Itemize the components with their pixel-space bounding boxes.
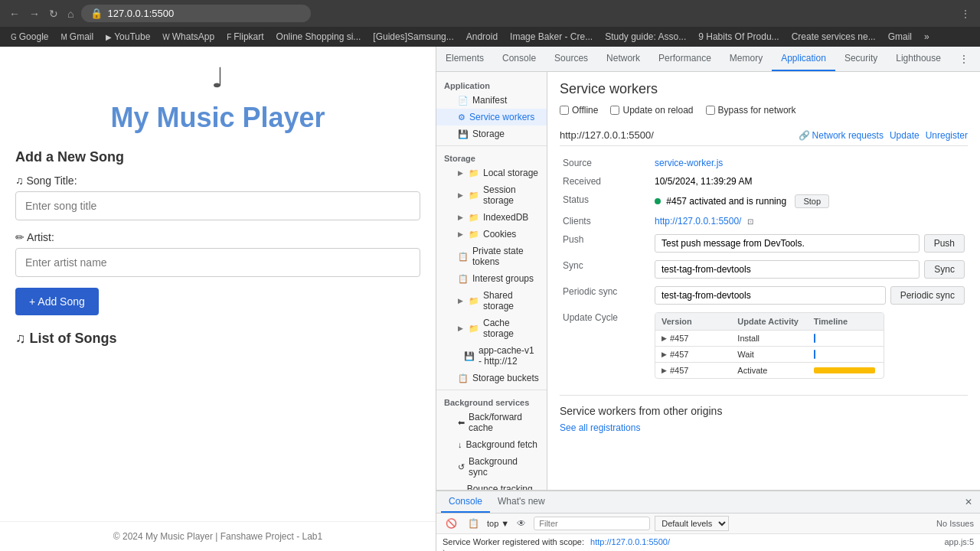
bookmark-more[interactable]: » bbox=[920, 30, 934, 44]
console-output-link[interactable]: http://127.0.0.1:5500/ bbox=[590, 537, 670, 546]
sidebar-item-bounce-tracking-label: Bounce tracking mitigation bbox=[467, 484, 539, 490]
sidebar-item-bg-fetch[interactable]: ↓ Background fetch bbox=[436, 436, 547, 453]
console-toolbar: 🚫 📋 top ▼ 👁 Default levels No Issues bbox=[436, 514, 980, 534]
console-tab-whats-new[interactable]: What's new bbox=[490, 491, 553, 513]
push-button[interactable]: Push bbox=[924, 234, 965, 253]
uc-expand-icon[interactable]: ▶ bbox=[662, 334, 667, 342]
bookmark-samsung[interactable]: [Guides]Samsung... bbox=[368, 30, 458, 44]
sidebar-item-private-state-tokens[interactable]: 📋 Private state tokens bbox=[436, 243, 547, 270]
sidebar-item-indexeddb[interactable]: ▶ 📁 IndexedDB bbox=[436, 209, 547, 226]
sidebar-item-session-storage[interactable]: ▶ 📁 Session storage bbox=[436, 181, 547, 209]
tab-performance[interactable]: Performance bbox=[649, 47, 720, 71]
service-worker-js-link[interactable]: service-worker.js bbox=[655, 158, 723, 168]
bypass-for-network-option[interactable]: Bypass for network bbox=[706, 105, 796, 116]
reload-button[interactable]: ↻ bbox=[46, 6, 61, 21]
tab-security[interactable]: Security bbox=[835, 47, 887, 71]
bookmark-youtube[interactable]: ▶ YouTube bbox=[101, 30, 155, 44]
bookmark-study[interactable]: Study guide: Asso... bbox=[600, 30, 691, 44]
add-song-button[interactable]: + Add Song bbox=[15, 288, 99, 315]
bookmark-gmail[interactable]: M Gmail bbox=[56, 30, 98, 44]
offline-checkbox[interactable] bbox=[560, 106, 569, 115]
clear-console-button[interactable]: 🚫 bbox=[443, 517, 460, 530]
console-prompt-symbol: › bbox=[443, 546, 446, 551]
tab-elements[interactable]: Elements bbox=[436, 47, 493, 71]
offline-option[interactable]: Offline bbox=[560, 105, 598, 116]
sync-input[interactable] bbox=[655, 260, 920, 279]
bypass-for-network-checkbox[interactable] bbox=[706, 106, 715, 115]
service-workers-panel: Service workers Offline Update on reload bbox=[547, 72, 980, 442]
address-bar[interactable]: 🔒 bbox=[81, 5, 311, 22]
update-on-reload-checkbox[interactable] bbox=[610, 106, 619, 115]
sidebar-item-service-workers[interactable]: ⚙ Service workers bbox=[436, 109, 547, 126]
sidebar-item-shared-storage-label: Shared storage bbox=[483, 290, 539, 311]
update-button[interactable]: Update bbox=[890, 130, 920, 141]
sidebar-item-manifest[interactable]: 📄 Manifest bbox=[436, 92, 547, 109]
console-issues-badge: No Issues bbox=[936, 519, 974, 528]
bg-sync-icon: ↺ bbox=[458, 462, 465, 472]
preserve-log-button[interactable]: 📋 bbox=[465, 517, 482, 530]
push-input[interactable] bbox=[655, 234, 920, 253]
close-console-button[interactable]: ✕ bbox=[962, 495, 975, 509]
bf-cache-icon: ⬅ bbox=[458, 418, 465, 428]
see-all-registrations-link[interactable]: See all registrations bbox=[560, 422, 640, 433]
update-on-reload-option[interactable]: Update on reload bbox=[610, 105, 693, 116]
bookmark-imagebaker[interactable]: Image Baker - Cre... bbox=[505, 30, 597, 44]
clients-open-icon[interactable]: ⊡ bbox=[747, 217, 753, 226]
bookmark-label: Gmail bbox=[888, 31, 912, 42]
sidebar-item-local-storage[interactable]: ▶ 📁 Local storage bbox=[436, 165, 547, 181]
sync-button[interactable]: Sync bbox=[924, 260, 965, 279]
uc-activate-timeline bbox=[808, 364, 884, 377]
sidebar-item-app-cache[interactable]: 💾 app-cache-v1 - http://12 bbox=[436, 342, 547, 370]
home-button[interactable]: ⌂ bbox=[64, 6, 77, 21]
sidebar-item-shared-storage[interactable]: ▶ 📁 Shared storage bbox=[436, 287, 547, 315]
sidebar-item-cookies[interactable]: ▶ 📁 Cookies bbox=[436, 226, 547, 243]
uc-row-wait: ▶ #457 Wait bbox=[655, 347, 884, 363]
sidebar-item-storage-buckets[interactable]: 📋 Storage buckets bbox=[436, 370, 547, 386]
bookmark-shopping[interactable]: Online Shopping si... bbox=[272, 30, 366, 44]
back-button[interactable]: ← bbox=[6, 6, 23, 21]
bookmark-flipkart[interactable]: F Flipkart bbox=[222, 30, 268, 44]
console-filter-input[interactable] bbox=[534, 517, 650, 530]
unregister-button[interactable]: Unregister bbox=[926, 130, 968, 141]
sidebar-item-interest-groups[interactable]: 📋 Interest groups bbox=[436, 270, 547, 287]
song-title-label: ♫ Song Title: bbox=[15, 174, 420, 187]
sidebar-item-bounce-tracking[interactable]: ● Bounce tracking mitigation bbox=[436, 481, 547, 490]
tab-memory[interactable]: Memory bbox=[720, 47, 772, 71]
forward-button[interactable]: → bbox=[26, 6, 43, 21]
stop-button[interactable]: Stop bbox=[795, 194, 829, 208]
eye-button[interactable]: 👁 bbox=[514, 517, 529, 530]
network-requests-button[interactable]: 🔗 Network requests bbox=[799, 130, 884, 141]
periodic-sync-input[interactable] bbox=[655, 286, 886, 305]
tab-network[interactable]: Network bbox=[597, 47, 649, 71]
bookmark-whatsapp[interactable]: W WhatsApp bbox=[158, 30, 219, 44]
uc-expand-icon[interactable]: ▶ bbox=[662, 367, 667, 374]
sidebar-item-bf-cache[interactable]: ⬅ Back/forward cache bbox=[436, 409, 547, 436]
devtools-sidebar: Application 📄 Manifest ⚙ Service workers… bbox=[436, 72, 547, 490]
uc-expand-icon[interactable]: ▶ bbox=[662, 350, 667, 358]
bookmark-google[interactable]: G Google bbox=[6, 30, 53, 44]
console-tab-console[interactable]: Console bbox=[441, 491, 490, 513]
url-input[interactable] bbox=[107, 8, 302, 19]
bookmark-android[interactable]: Android bbox=[462, 30, 502, 44]
bookmark-create[interactable]: Create services ne... bbox=[787, 30, 880, 44]
bookmark-habits[interactable]: 9 Habits Of Produ... bbox=[694, 30, 783, 44]
tab-application[interactable]: Application bbox=[772, 47, 835, 71]
settings-button[interactable]: ⚙ bbox=[976, 51, 980, 67]
extensions-button[interactable]: ⋮ bbox=[957, 6, 974, 21]
periodic-sync-button[interactable]: Periodic sync bbox=[890, 286, 965, 305]
uc-install-activity: Install bbox=[731, 331, 807, 346]
sidebar-item-cache-storage[interactable]: ▶ 📁 Cache storage bbox=[436, 315, 547, 342]
tab-lighthouse[interactable]: Lighthouse bbox=[887, 47, 950, 71]
sidebar-section-background: Background services bbox=[436, 393, 547, 409]
bookmark-gmail2[interactable]: Gmail bbox=[884, 30, 916, 44]
clients-link[interactable]: http://127.0.0.1:5500/ bbox=[655, 216, 741, 227]
customize-devtools-button[interactable]: ⋮ bbox=[955, 51, 973, 67]
console-levels-select[interactable]: Default levels bbox=[655, 516, 729, 531]
artist-input[interactable] bbox=[15, 248, 420, 277]
song-title-input[interactable] bbox=[15, 191, 420, 220]
sidebar-item-bg-sync[interactable]: ↺ Background sync bbox=[436, 453, 547, 481]
sidebar-item-storage[interactable]: 💾 Storage bbox=[436, 126, 547, 142]
tab-sources[interactable]: Sources bbox=[545, 47, 597, 71]
bookmark-label: Image Baker - Cre... bbox=[510, 31, 593, 42]
tab-console[interactable]: Console bbox=[493, 47, 545, 71]
